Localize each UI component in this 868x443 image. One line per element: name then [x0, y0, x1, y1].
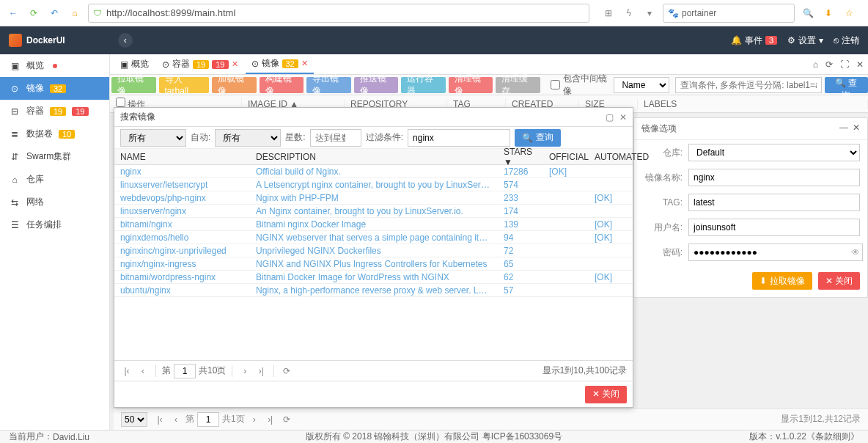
eye-icon[interactable]: 👁 [851, 247, 860, 257]
table-row[interactable]: linuxserver/letsencryptA Letsencrypt ngi… [114, 178, 633, 191]
sidebar-item-overview[interactable]: ▣概览 [0, 54, 109, 77]
select-all[interactable] [116, 98, 125, 107]
sidebar-item-swarm[interactable]: ⇵Swarm集群 [0, 145, 109, 168]
export-button[interactable]: 导出镜像 [306, 77, 351, 93]
url-input[interactable] [106, 7, 584, 18]
image-name-input[interactable] [688, 169, 860, 186]
logout-button[interactable]: ⎋注销 [834, 34, 859, 47]
search-icon[interactable]: 🔍 [801, 6, 815, 21]
undo-icon[interactable]: ↶ [47, 6, 62, 21]
sidebar-item-containers[interactable]: ⊟容器1919 [0, 100, 109, 122]
tag-input[interactable] [688, 194, 860, 211]
collapse-icon[interactable]: ‹ [118, 33, 133, 48]
query-button[interactable]: 🔍 查询 [825, 77, 868, 93]
star-icon[interactable]: ☆ [842, 6, 856, 21]
close-icon[interactable]: ✕ [301, 59, 308, 68]
table-body: nginxOfficial build of Nginx.17286[OK]li… [114, 165, 633, 360]
import-button[interactable]: 导入tarball [159, 77, 210, 93]
push-button[interactable]: 推送镜像 [354, 77, 399, 93]
app-topbar: DockerUI ‹ 🔔事件3 ⚙设置▾ ⎋注销 [0, 26, 868, 54]
table-row[interactable]: nginx/nginx-ingressNGINX and NGINX Plus … [114, 257, 633, 271]
sidebar-item-images[interactable]: ⊙镜像32 [0, 77, 109, 100]
tab-images[interactable]: ⊙镜像32✕ [246, 54, 314, 74]
browser-search[interactable]: 🐾 portainer [663, 4, 795, 23]
table-row[interactable]: bitnami/wordpress-nginxBitnami Docker Im… [114, 271, 633, 284]
tab-overview[interactable]: ▣概览 [114, 55, 155, 73]
auto-select[interactable]: 所有 [215, 129, 281, 147]
bell-icon: 🔔 [731, 35, 742, 45]
sidebar-item-registry[interactable]: ⌂仓库 [0, 168, 109, 191]
table-row[interactable]: bitnami/nginxBitnami nginx Docker Image1… [114, 218, 633, 231]
collapse-icon[interactable]: ― [839, 122, 848, 135]
search-input[interactable] [675, 77, 822, 93]
build-button[interactable]: 构建镜像 [260, 77, 304, 93]
page-input[interactable] [197, 412, 219, 427]
browser-bar: ← ⟳ ↶ ⌂ 🛡 ⊞ ϟ ▾ 🐾 portainer 🔍 ⬇ ☆ [0, 0, 868, 26]
home-icon[interactable]: ⌂ [67, 6, 82, 21]
close-panel-button[interactable]: ✕ 关闭 [818, 272, 860, 290]
first-page-icon[interactable]: |‹ [120, 365, 133, 378]
stars-input[interactable] [310, 129, 361, 147]
clean-cache-button[interactable]: 清理缓存 [496, 77, 540, 93]
close-icon[interactable]: ✕ [853, 122, 860, 135]
prev-page-icon[interactable]: ‹ [169, 413, 183, 426]
tab-containers[interactable]: ⊙容器1919✕ [156, 55, 244, 73]
image-options-panel: 镜像选项―✕ 仓库:Default 镜像名称: TAG: 用户名: 密码:👁 ⬇… [633, 117, 868, 298]
maximize-icon[interactable]: ▢ [606, 112, 614, 122]
last-page-icon[interactable]: ›| [264, 413, 277, 426]
copyright: 版权所有 © 2018 锦翰科技（深圳）有限公司 粤ICP备16033069号 [306, 431, 562, 443]
next-page-icon[interactable]: › [238, 365, 251, 378]
current-user: David.Liu [53, 432, 89, 442]
refresh-icon[interactable]: ⟳ [825, 59, 833, 70]
refresh-icon[interactable]: ⟳ [280, 365, 293, 378]
grid-icon[interactable]: ⊞ [601, 6, 616, 21]
query-button[interactable]: 🔍 查询 [515, 129, 561, 147]
table-row[interactable]: ubuntu/nginxNginx, a high-performance re… [114, 284, 633, 297]
clean-image-button[interactable]: 清理镜像 [449, 77, 493, 93]
close-icon[interactable]: ✕ [232, 59, 238, 69]
table-row[interactable]: nginxOfficial build of Nginx.17286[OK] [114, 165, 633, 178]
expand-icon[interactable]: ⛶ [840, 59, 849, 70]
pull-button[interactable]: 拉取镜像 [111, 77, 156, 93]
back-icon[interactable]: ← [6, 6, 21, 21]
scope-select[interactable]: 所有 [120, 129, 186, 147]
address-bar[interactable]: 🛡 [88, 4, 589, 23]
refresh-icon[interactable]: ⟳ [280, 413, 293, 426]
include-middle-check[interactable]: 包含中间镜像 [551, 73, 611, 98]
table-row[interactable]: webdevops/php-nginxNginx with PHP-FPM233… [114, 191, 633, 205]
search-images-modal: 搜索镜像 ▢✕ 所有 自动: 所有 星数: 过滤条件: 🔍 查询 NAME DE… [114, 107, 633, 408]
last-page-icon[interactable]: ›| [254, 365, 268, 378]
download-icon[interactable]: ⬇ [821, 6, 836, 21]
repo-select[interactable]: Default [688, 144, 860, 161]
filter-input[interactable] [408, 129, 510, 147]
exit-icon: ⎋ [834, 35, 839, 45]
events-button[interactable]: 🔔事件3 [731, 34, 777, 47]
password-input[interactable] [688, 244, 863, 261]
page-input[interactable] [174, 364, 196, 378]
user-input[interactable] [688, 219, 860, 236]
prev-page-icon[interactable]: ‹ [136, 365, 150, 378]
run-button[interactable]: 运行容器 [401, 77, 446, 93]
first-page-icon[interactable]: |‹ [153, 413, 166, 426]
toolbar: 拉取镜像 导入tarball 加载镜像 构建镜像 导出镜像 推送镜像 运行容器 … [110, 75, 868, 95]
pull-image-button[interactable]: ⬇ 拉取镜像 [752, 272, 812, 290]
sidebar-item-network[interactable]: ⇆网络 [0, 191, 109, 213]
table-row[interactable]: linuxserver/nginxAn Nginx container, bro… [114, 205, 633, 218]
refresh-icon[interactable]: ⟳ [26, 6, 41, 21]
close-all-icon[interactable]: ✕ [856, 59, 864, 70]
close-icon[interactable]: ✕ [619, 112, 627, 122]
settings-button[interactable]: ⚙设置▾ [787, 34, 823, 47]
next-page-icon[interactable]: › [248, 413, 261, 426]
chevron-down-icon[interactable]: ▾ [642, 6, 657, 21]
close-modal-button[interactable]: ✕ 关闭 [585, 386, 627, 403]
table-row[interactable]: nginxinc/nginx-unprivilegedUnprivileged … [114, 244, 633, 257]
page-size-select[interactable]: 50 [121, 412, 147, 427]
lightning-icon[interactable]: ϟ [622, 6, 636, 21]
home-icon[interactable]: ⌂ [813, 59, 818, 70]
table-row[interactable]: nginxdemos/helloNGINX webserver that ser… [114, 231, 633, 244]
sidebar-item-volumes[interactable]: ≣数据卷10 [0, 122, 109, 145]
sidebar-item-tasks[interactable]: ☰任务编排 [0, 213, 109, 236]
load-button[interactable]: 加载镜像 [212, 77, 257, 93]
pager: |‹ ‹ 第 共10页 › ›| ⟳ 显示1到10,共100记录 [114, 360, 633, 381]
name-select[interactable]: Name [614, 77, 669, 93]
